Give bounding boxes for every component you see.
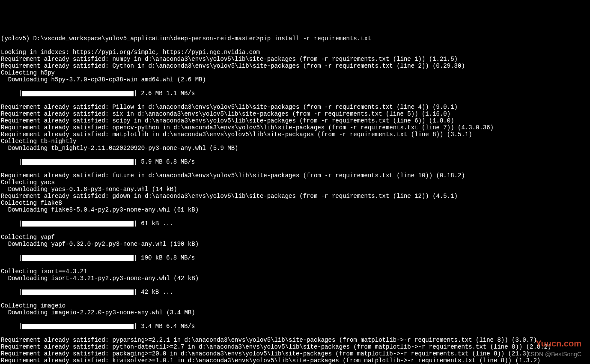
terminal-line: Downloading tb_nightly-2.11.0a20220920-p… xyxy=(1,145,589,152)
progress-bar-icon xyxy=(22,159,134,165)
terminal-line: Collecting yapf xyxy=(1,234,589,241)
watermark-csdn: CSDN @BestSongC xyxy=(526,351,581,358)
progress-bar-icon xyxy=(22,255,134,261)
progress-line: || 61 kB ... xyxy=(1,220,589,227)
command-prompt-line: (yolov5) D:\vscode_workspace\yolov5_appl… xyxy=(1,35,589,42)
terminal-line: Collecting yacs xyxy=(1,179,589,186)
progress-line: || 190 kB 6.8 MB/s xyxy=(1,254,589,261)
progress-bar-icon xyxy=(22,91,134,96)
terminal-line: Requirement already satisfied: pyparsing… xyxy=(1,337,589,343)
terminal-line: Downloading imageio-2.22.0-py3-none-any.… xyxy=(1,309,589,316)
terminal-line: Collecting h5py xyxy=(1,69,589,76)
terminal-line: Downloading yacs-0.1.8-py3-none-any.whl … xyxy=(1,186,589,193)
terminal-line: Collecting isort==4.3.21 xyxy=(1,268,589,275)
progress-bar-icon xyxy=(22,221,134,227)
terminal-line: Requirement already satisfied: packaging… xyxy=(1,350,589,357)
progress-line: || 3.4 MB 6.4 MB/s xyxy=(1,323,589,330)
terminal-line: Looking in indexes: https://pypi.org/sim… xyxy=(1,49,589,56)
progress-line: || 42 kB ... xyxy=(1,289,589,295)
watermark-text: Yuucn.com xyxy=(536,340,581,347)
terminal-output[interactable]: (yolov5) D:\vscode_workspace\yolov5_appl… xyxy=(0,27,590,364)
terminal-line: Requirement already satisfied: Pillow in… xyxy=(1,104,589,110)
terminal-line: Requirement already satisfied: kiwisolve… xyxy=(1,357,589,364)
terminal-line: Requirement already satisfied: scipy in … xyxy=(1,117,589,124)
terminal-line: Downloading flake8-5.0.4-py2.py3-none-an… xyxy=(1,206,589,213)
terminal-line: Requirement already satisfied: opencv-py… xyxy=(1,124,589,131)
terminal-line: Downloading h5py-3.7.0-cp38-cp38-win_amd… xyxy=(1,76,589,83)
terminal-line: Requirement already satisfied: matplotli… xyxy=(1,131,589,138)
terminal-line: Requirement already satisfied: six in d:… xyxy=(1,110,589,117)
progress-bar-icon xyxy=(22,289,134,295)
terminal-line: Requirement already satisfied: python-da… xyxy=(1,343,589,350)
progress-line: || 5.9 MB 6.8 MB/s xyxy=(1,158,589,165)
terminal-line: Collecting flake8 xyxy=(1,200,589,206)
terminal-line: Requirement already satisfied: future in… xyxy=(1,172,589,179)
terminal-line: Collecting tb-nightly xyxy=(1,138,589,145)
terminal-line: Downloading isort-4.3.21-py2.py3-none-an… xyxy=(1,275,589,282)
terminal-line: Collecting imageio xyxy=(1,302,589,309)
terminal-line: Requirement already satisfied: gdown in … xyxy=(1,193,589,200)
progress-line: || 2.6 MB 1.1 MB/s xyxy=(1,90,589,97)
terminal-line: Requirement already satisfied: Cython in… xyxy=(1,63,589,69)
progress-bar-icon xyxy=(22,324,134,329)
terminal-line: Downloading yapf-0.32.0-py2.py3-none-any… xyxy=(1,241,589,248)
terminal-line: Requirement already satisfied: numpy in … xyxy=(1,56,589,63)
